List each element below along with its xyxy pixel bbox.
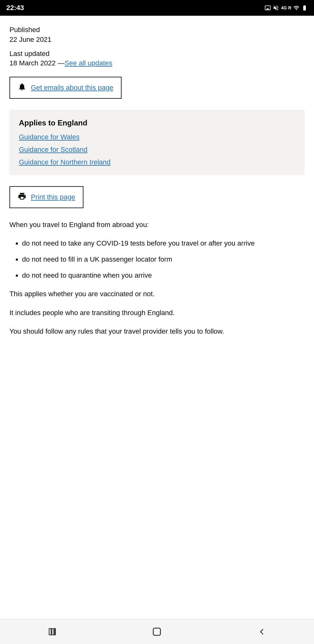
last-updated-label: Last updated bbox=[9, 50, 305, 58]
svg-rect-0 bbox=[49, 629, 51, 635]
svg-rect-3 bbox=[153, 628, 161, 635]
applies-to-box: Applies to England Guidance for Wales Gu… bbox=[9, 110, 305, 175]
guidance-northern-ireland-link[interactable]: Guidance for Northern Ireland bbox=[19, 158, 295, 166]
paragraph-rules: You should follow any rules that your tr… bbox=[9, 326, 305, 337]
last-updated-separator: — bbox=[58, 59, 65, 67]
printer-icon bbox=[18, 192, 26, 203]
navigation-bar bbox=[0, 619, 314, 644]
back-icon bbox=[257, 627, 266, 636]
print-button[interactable]: Print this page bbox=[9, 186, 83, 208]
home-icon bbox=[151, 626, 162, 637]
paragraph-transiting: It includes people who are transiting th… bbox=[9, 307, 305, 318]
last-updated-date: 18 March 2022 —See all updates bbox=[9, 59, 305, 67]
bullet-list: do not need to take any COVID-19 tests b… bbox=[9, 238, 305, 281]
svg-rect-1 bbox=[52, 629, 54, 635]
bell-icon bbox=[18, 82, 26, 93]
signal-icon bbox=[293, 5, 300, 11]
bullet-item-2: do not need to fill in a UK passenger lo… bbox=[22, 254, 305, 265]
bullet-item-1: do not need to take any COVID-19 tests b… bbox=[22, 238, 305, 249]
mute-icon bbox=[273, 5, 279, 11]
recent-apps-icon bbox=[48, 627, 57, 636]
last-updated-date-text: 18 March 2022 bbox=[9, 59, 56, 67]
svg-rect-2 bbox=[55, 629, 56, 635]
applies-to-title: Applies to England bbox=[19, 119, 295, 127]
home-button[interactable] bbox=[147, 622, 166, 641]
paragraph-vaccinated: This applies whether you are vaccinated … bbox=[9, 288, 305, 299]
published-date: 22 June 2021 bbox=[9, 35, 305, 45]
battery-icon bbox=[301, 5, 308, 11]
published-label: Published bbox=[9, 25, 305, 35]
image-icon bbox=[265, 5, 271, 11]
email-notifications-button[interactable]: Get emails about this page bbox=[9, 77, 122, 99]
status-bar: 22:43 4G R bbox=[0, 0, 314, 16]
intro-text: When you travel to England from abroad y… bbox=[9, 219, 305, 230]
print-button-label: Print this page bbox=[31, 193, 75, 201]
status-icons: 4G R bbox=[265, 5, 308, 11]
main-content: Published 22 June 2021 Last updated 18 M… bbox=[0, 16, 314, 619]
status-time: 22:43 bbox=[6, 4, 24, 12]
see-all-updates-link[interactable]: See all updates bbox=[65, 59, 112, 67]
published-section: Published 22 June 2021 Last updated 18 M… bbox=[9, 25, 305, 67]
network-label: 4G R bbox=[281, 5, 291, 10]
recent-apps-button[interactable] bbox=[43, 622, 62, 641]
bullet-item-3: do not need to quarantine when you arriv… bbox=[22, 270, 305, 281]
email-button-label: Get emails about this page bbox=[31, 84, 113, 92]
guidance-scotland-link[interactable]: Guidance for Scotland bbox=[19, 146, 295, 154]
back-button[interactable] bbox=[252, 622, 271, 641]
guidance-wales-link[interactable]: Guidance for Wales bbox=[19, 133, 295, 141]
